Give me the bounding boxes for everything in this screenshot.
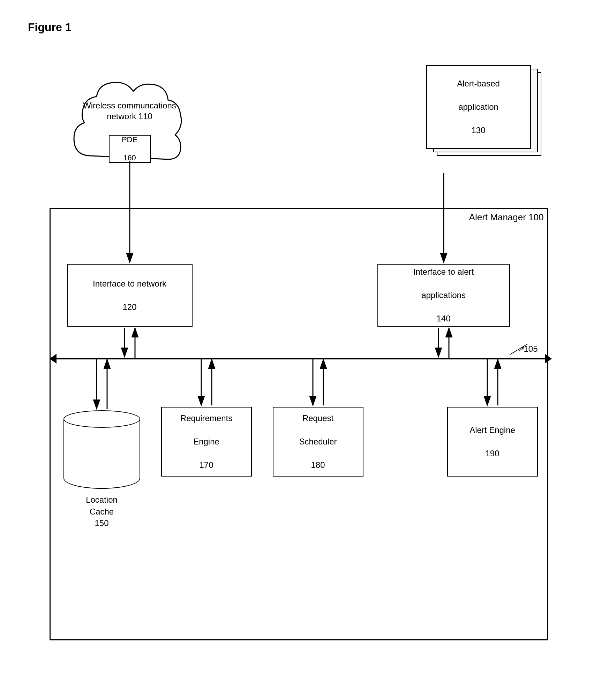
cloud-text: Wireless communcations network 110: [81, 100, 179, 122]
cloud-label-line2: network 110: [107, 112, 152, 121]
interface-alert-box: Interface to alert applications 140: [377, 264, 510, 327]
bus-line: [50, 358, 548, 359]
cylinder-body: [63, 419, 140, 489]
interface-alert-line1: Interface to alert: [413, 266, 474, 278]
lc-line3: 150: [95, 518, 108, 528]
re-line3: 170: [199, 459, 213, 471]
req-engine-box: Requirements Engine 170: [161, 407, 252, 477]
interface-network-box: Interface to network 120: [67, 264, 193, 327]
pde-box: PDE 160: [109, 135, 151, 163]
bus-label: ↗105: [517, 344, 538, 354]
alert-engine-box: Alert Engine 190: [447, 407, 538, 477]
app-stack: Alert-based application 130: [426, 65, 545, 170]
ae-line2: 190: [485, 448, 499, 459]
bus-arrow-right: [545, 354, 552, 364]
figure-title: Figure 1: [28, 21, 573, 34]
interface-alert-line2: applications: [421, 289, 466, 301]
cloud-container: Wireless communcations network 110 PDE 1…: [63, 65, 196, 177]
re-line1: Requirements: [180, 412, 232, 424]
interface-alert-line3: 140: [436, 313, 450, 325]
pde-line1: PDE: [122, 135, 137, 144]
rs-line2: Scheduler: [299, 436, 337, 448]
page-container: Figure 1 Alert Manager 100 Wireless comm…: [0, 0, 601, 700]
lc-line2: Cache: [90, 507, 114, 516]
pde-line2: 160: [123, 153, 136, 162]
re-line2: Engine: [193, 436, 219, 448]
bus-arrow-left: [50, 354, 57, 364]
app-label-line3: 130: [471, 124, 485, 136]
rs-line1: Request: [302, 412, 333, 424]
cylinder-top: [63, 410, 140, 428]
app-label-line1: Alert-based: [457, 78, 500, 90]
alert-manager-label: Alert Manager 100: [469, 212, 544, 223]
ae-line1: Alert Engine: [469, 424, 515, 436]
req-scheduler-box: Request Scheduler 180: [273, 407, 363, 477]
location-cache-label: Location Cache 150: [63, 494, 140, 529]
diagram: Alert Manager 100 Wireless communcations…: [29, 55, 573, 675]
lc-line1: Location: [86, 495, 118, 504]
cloud-label-line1: Wireless communcations: [83, 101, 176, 110]
rs-line3: 180: [311, 459, 325, 471]
location-cache: Location Cache 150: [63, 410, 140, 529]
app-box-main: Alert-based application 130: [426, 65, 531, 149]
interface-network-line1: Interface to network: [93, 278, 166, 290]
app-label-line2: application: [458, 101, 498, 113]
interface-network-line2: 120: [122, 301, 136, 313]
